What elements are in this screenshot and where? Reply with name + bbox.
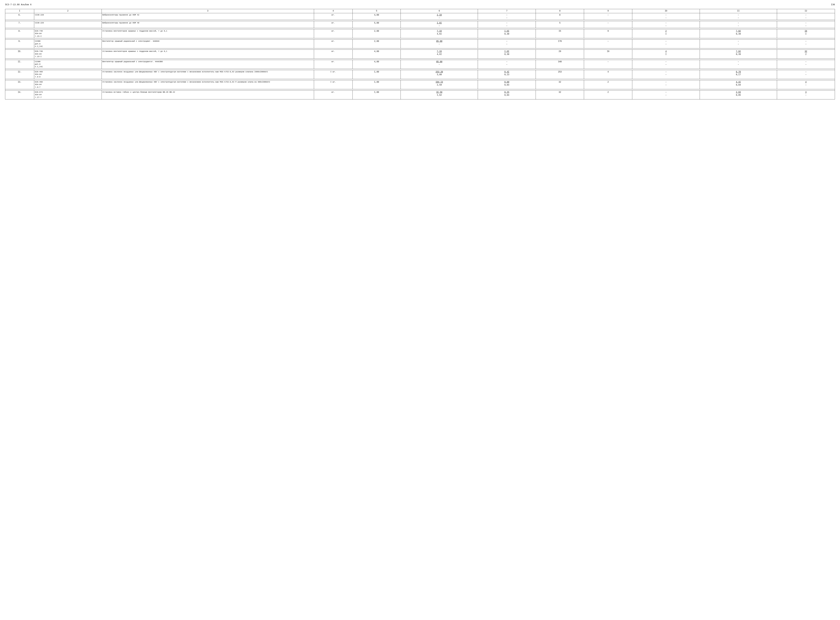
- row-qty: 4,00: [352, 60, 401, 69]
- row-col6: 7,334,6I: [401, 50, 478, 59]
- row-num: 9.: [5, 39, 34, 48]
- spacer-row: [5, 89, 835, 90]
- row-num: I2.: [5, 70, 34, 79]
- row-col12: 3–: [777, 90, 835, 99]
- row-col9: –: [584, 39, 632, 48]
- row-col7: 0,090,03: [478, 80, 536, 89]
- row-col11: 7,920,39: [700, 50, 777, 59]
- row-col11: 4,4I0,04: [700, 80, 777, 89]
- main-table: I 2 3 4 5 6 7 8 9 IO II I2 6.СI30-228Виб…: [5, 9, 835, 99]
- row-col12: ––: [777, 60, 835, 69]
- row-col6: 3I,58I,62: [401, 90, 478, 99]
- row-qty: 5,00: [352, 21, 401, 28]
- col-header-4: 4: [314, 9, 352, 13]
- table-row: I2.Е20-469 ЗСН-84 т.9-9Установка заслоно…: [5, 70, 835, 79]
- spacer-row: [5, 38, 835, 39]
- row-col8: I5: [536, 29, 584, 38]
- page-header: 5С3-7-13.88 Альбом 6 I36: [5, 3, 835, 6]
- table-row: I3.Е20-468 ЗСН-84 т.9-7Установка заслоно…: [5, 80, 835, 89]
- row-col10: ––: [632, 80, 700, 89]
- doc-number: 5С3-7-13.88 Альбом 6: [5, 3, 32, 6]
- row-col9: –: [584, 21, 632, 28]
- row-col11: 7,920,39: [700, 29, 777, 38]
- row-unit: шт.: [314, 29, 352, 38]
- row-col7: I,OI0,30: [478, 50, 536, 59]
- row-col8: 253: [536, 70, 584, 79]
- row-col10: ––: [632, 70, 700, 79]
- row-col11: 2,930,05: [700, 90, 777, 99]
- row-desc: Виброизоляторы пружинне до НОМ 40: [102, 21, 314, 28]
- table-row: 6.СI30-228Виброизоляторы пружинне до НОМ…: [5, 13, 835, 20]
- row-col10: ––: [632, 13, 700, 20]
- row-desc: Вентилятор крышный радиальный с электрод…: [102, 39, 314, 48]
- row-col12: 322: [777, 50, 835, 59]
- row-col12: ––: [777, 13, 835, 20]
- row-col7: ––: [478, 21, 536, 28]
- row-col10: ––: [632, 90, 700, 99]
- table-row: IO.Е20-749 ЗСН-84 т.23-IУстановка вентил…: [5, 50, 835, 59]
- row-col9: 9: [584, 29, 632, 38]
- row-col7: ––: [478, 13, 536, 20]
- row-unit: шт.: [314, 21, 352, 28]
- row-qty: 2,00: [352, 39, 401, 48]
- col-header-1: I: [5, 9, 34, 13]
- spacer-row: [5, 59, 835, 60]
- row-col11: 6,700,I7: [700, 70, 777, 79]
- row-unit: шт.: [314, 90, 352, 99]
- row-num: I3.: [5, 80, 34, 89]
- row-col8: 29: [536, 50, 584, 59]
- row-col9: 2: [584, 80, 632, 89]
- row-qty: 2,00: [352, 29, 401, 38]
- row-col12: ––: [777, 70, 835, 79]
- col-header-12: I2: [777, 9, 835, 13]
- row-code: СI30-226: [34, 21, 102, 28]
- row-col7: ––: [478, 60, 536, 69]
- row-col8: 8: [536, 13, 584, 20]
- col-header-5: 5: [352, 9, 401, 13]
- row-col7: 0,I50,04: [478, 90, 536, 99]
- row-col6: 2,IO–: [401, 13, 478, 20]
- row-col9: I8: [584, 50, 632, 59]
- row-col8: 32: [536, 90, 584, 99]
- col-header-11: II: [700, 9, 777, 13]
- row-col6: I,OI–: [401, 21, 478, 28]
- row-code: Е20-749 ЗСН-84 т.23-I: [34, 50, 102, 59]
- row-col12: I6I: [777, 29, 835, 38]
- row-col8: 340: [536, 60, 584, 69]
- row-code: Е20-469 ЗСН-84 т.9-9: [34, 70, 102, 79]
- row-col8: 32: [536, 80, 584, 89]
- row-num: I4.: [5, 90, 34, 99]
- row-qty: 4,00: [352, 50, 401, 59]
- row-unit: шт.: [314, 13, 352, 20]
- row-num: 7.: [5, 21, 34, 28]
- page-number: I36: [831, 3, 835, 6]
- row-col10: 4I: [632, 50, 700, 59]
- row-col6: 7,334,6I: [401, 29, 478, 38]
- row-qty: I,00: [352, 70, 401, 79]
- row-col9: 2: [584, 90, 632, 99]
- row-col11: ––: [700, 13, 777, 20]
- spacer-row: [5, 28, 835, 29]
- spacer-row: [5, 20, 835, 21]
- row-num: IO.: [5, 50, 34, 59]
- row-col10: 2I: [632, 29, 700, 38]
- row-unit: шт.: [314, 50, 352, 59]
- row-col10: ––: [632, 21, 700, 28]
- row-col7: ––: [478, 39, 536, 48]
- row-col7: I,OI0,30: [478, 29, 536, 38]
- row-desc: Вентилятор крышный радиальный с электрод…: [102, 60, 314, 69]
- row-desc: Установка заслонок воздушных уни-фициров…: [102, 80, 314, 89]
- row-qty: I,00: [352, 80, 401, 89]
- row-code: Е20-673 ЗСН-84 т.I7-7: [34, 90, 102, 99]
- col-header-2: 2: [34, 9, 102, 13]
- row-col6: 253,203,88: [401, 70, 478, 79]
- row-col11: ––: [700, 39, 777, 48]
- spacer-row: [5, 48, 835, 50]
- row-col9: 4: [584, 70, 632, 79]
- col-header-8: 8: [536, 9, 584, 13]
- row-col12: 4–: [777, 80, 835, 89]
- row-col8: I70: [536, 39, 584, 48]
- row-col9: –: [584, 13, 632, 20]
- row-desc: Установка вставок гибких к центро-бежным…: [102, 90, 314, 99]
- row-qty: 4,00: [352, 13, 401, 20]
